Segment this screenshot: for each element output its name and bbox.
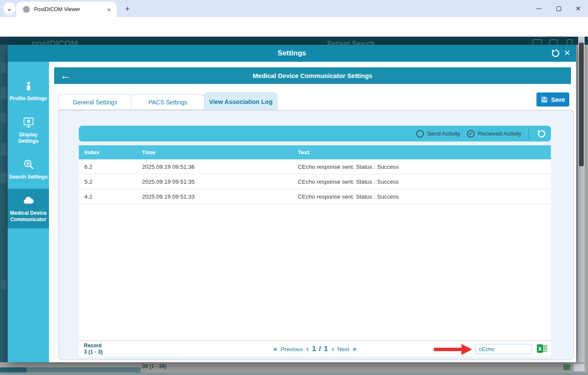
- table-row[interactable]: 5.2 2025.09.19 09:51:35 CEcho response s…: [79, 174, 551, 189]
- table-empty-area: [79, 204, 551, 340]
- settings-sidebar: Profile Settings Display Settings: [8, 62, 49, 362]
- display-gear-icon: [22, 116, 35, 129]
- record-count: Record 3 (1 - 3): [84, 343, 103, 356]
- refresh-icon: [551, 48, 561, 58]
- column-header-index: Index: [79, 149, 136, 156]
- sidebar-item-profile-settings[interactable]: Profile Settings: [8, 71, 49, 110]
- sidebar-item-display-settings[interactable]: Display Settings: [8, 110, 49, 150]
- scrollbar-thumb: [579, 43, 584, 166]
- background-excel-icon: [563, 364, 570, 370]
- table-footer: Record 3 (1 - 3) « Previous ‹ 1 / 1 › Ne…: [79, 340, 551, 357]
- page-scrollbar: [578, 37, 585, 375]
- next-chevron-icon[interactable]: ›: [331, 345, 334, 353]
- column-header-text: Text: [292, 149, 551, 156]
- browser-tab[interactable]: PostDICOM Viewer ×: [16, 2, 117, 17]
- app-header-icon: [549, 39, 558, 45]
- tab-pacs-settings[interactable]: PACS Settings: [131, 95, 205, 110]
- save-label: Save: [551, 96, 565, 103]
- received-activity-radio[interactable]: ✓ Received Activity: [467, 130, 522, 138]
- app-left-rail-dimmed: [0, 45, 8, 363]
- mdc-settings-header: ← Medical Device Communicator Settings: [54, 67, 571, 84]
- settings-content: ← Medical Device Communicator Settings G…: [49, 62, 576, 362]
- send-activity-radio[interactable]: Send Activity: [416, 130, 460, 138]
- modal-refresh-button[interactable]: [551, 48, 561, 58]
- tab-close-icon[interactable]: ×: [105, 6, 112, 13]
- sidebar-item-search-settings[interactable]: Search Settings: [8, 150, 49, 189]
- settings-modal: Settings × Profile Settings: [8, 45, 576, 362]
- table-row[interactable]: 6.2 2025.09.19 09:51:36 CEcho response s…: [79, 159, 551, 174]
- column-header-time: Time: [136, 149, 292, 156]
- person-icon: [22, 80, 35, 92]
- cloud-icon: [22, 194, 35, 207]
- tab-title: PostDICOM Viewer: [34, 6, 105, 12]
- pagination: « Previous ‹ 1 / 1 › Next »: [274, 341, 357, 357]
- window-minimize-button[interactable]: [529, 0, 549, 17]
- next-page-button[interactable]: Next: [337, 346, 349, 352]
- mdc-settings-title: Medical Device Communicator Settings: [253, 72, 372, 79]
- toolbar-divider: [528, 129, 529, 139]
- save-floppy-icon: [541, 96, 548, 103]
- table-row[interactable]: 4.2 2025.09.19 09:51:33 CEcho response s…: [79, 189, 551, 204]
- app-page-title: Patient Search: [327, 40, 375, 45]
- app-logo: postDICOM: [32, 39, 78, 45]
- tab-general-settings[interactable]: General Settings: [58, 95, 132, 110]
- radio-checked-icon: ✓: [467, 130, 475, 138]
- app-header-dimmed: postDICOM Patient Search: [0, 37, 588, 45]
- refresh-icon: [536, 129, 547, 139]
- activity-toolbar: Send Activity ✓ Received Activity: [79, 126, 551, 141]
- background-search-box: [574, 364, 585, 371]
- previous-chevron-icon[interactable]: ‹: [306, 345, 308, 353]
- first-page-button[interactable]: «: [274, 345, 277, 353]
- tab-view-association-log[interactable]: View Association Log: [204, 92, 277, 110]
- browser-tabstrip: ⌄ PostDICOM Viewer × + ×: [0, 0, 588, 17]
- modal-title: Settings: [277, 49, 306, 58]
- modal-close-button[interactable]: ×: [562, 47, 573, 59]
- page-indicator: 1 / 1: [312, 345, 328, 353]
- window-close-button[interactable]: ×: [568, 0, 588, 17]
- tab-favicon-icon: [23, 6, 30, 13]
- back-arrow-icon[interactable]: ←: [60, 68, 71, 83]
- background-record-count: 39 (1 - 39): [142, 363, 167, 369]
- settings-modal-header: Settings ×: [8, 45, 576, 62]
- minimize-icon: [536, 9, 542, 9]
- excel-icon: X: [536, 344, 548, 353]
- save-button[interactable]: Save: [536, 92, 569, 107]
- previous-page-button[interactable]: Previous: [280, 346, 303, 352]
- window-maximize-button[interactable]: [549, 0, 568, 17]
- new-tab-button[interactable]: +: [122, 3, 133, 14]
- log-refresh-button[interactable]: [536, 129, 547, 139]
- last-page-button[interactable]: »: [353, 345, 357, 353]
- sidebar-item-medical-device-communicator[interactable]: Medical Device Communicator: [8, 189, 49, 228]
- app-footer-dimmed: 39 (1 - 39): [0, 362, 588, 375]
- app-header-icon: [567, 39, 573, 45]
- svg-text:X: X: [538, 346, 542, 352]
- browser-toolbar: ← → germany.postdicom.com/Viewer/Main Gu…: [0, 17, 588, 37]
- export-excel-button[interactable]: X: [536, 344, 548, 353]
- association-log-panel: Send Activity ✓ Received Activity: [58, 110, 574, 360]
- maximize-icon: [556, 6, 561, 11]
- tab-search-chevron-icon[interactable]: ⌄: [3, 3, 15, 14]
- search-gear-icon: [22, 158, 35, 171]
- radio-unchecked-icon: [416, 130, 424, 138]
- app-header-icon: [533, 39, 542, 45]
- annotation-arrow: [434, 344, 472, 355]
- log-search-input[interactable]: [475, 344, 532, 354]
- log-table-header: Index Time Text: [79, 145, 551, 159]
